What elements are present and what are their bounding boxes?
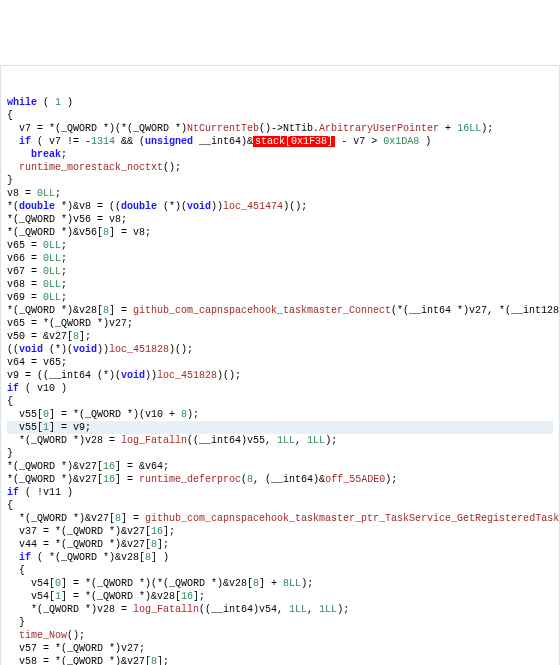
code-line: v57 = *(_QWORD *)v27;	[7, 642, 553, 655]
code-line: }	[7, 174, 553, 187]
code-line: *(_QWORD *)&v56[8] = v8;	[7, 226, 553, 239]
code-line: {	[7, 564, 553, 577]
code-line: if ( v7 != -1314 && (unsigned __int64)&s…	[7, 135, 553, 148]
code-line: *(_QWORD *)v56 = v8;	[7, 213, 553, 226]
code-line: v55[0] = *(_QWORD *)(v10 + 8);	[7, 408, 553, 421]
code-line: *(_QWORD *)&v28[8] = github_com_capnspac…	[7, 304, 553, 317]
code-line: v58 = *(_QWORD *)&v27[8];	[7, 655, 553, 665]
code-line: *(_QWORD *)&v27[16] = &v64;	[7, 460, 553, 473]
code-line: v50 = &v27[8];	[7, 330, 553, 343]
code-viewer: while ( 1 ){ v7 = *(_QWORD *)(*(_QWORD *…	[0, 65, 560, 665]
code-line: }	[7, 447, 553, 460]
code-line: v65 = 0LL;	[7, 239, 553, 252]
code-line: v65 = *(_QWORD *)v27;	[7, 317, 553, 330]
code-line: v69 = 0LL;	[7, 291, 553, 304]
code-line: *(_QWORD *)&v27[16] = runtime_deferproc(…	[7, 473, 553, 486]
code-line: runtime_morestack_noctxt();	[7, 161, 553, 174]
code-line: }	[7, 616, 553, 629]
code-line: if ( v10 )	[7, 382, 553, 395]
code-line: if ( !v11 )	[7, 486, 553, 499]
code-line: *(_QWORD *)&v27[8] = github_com_capnspac…	[7, 512, 553, 525]
code-line: {	[7, 109, 553, 122]
code-line: v8 = 0LL;	[7, 187, 553, 200]
code-line: {	[7, 395, 553, 408]
code-line: break;	[7, 148, 553, 161]
code-line: while ( 1 )	[7, 96, 553, 109]
code-line: v68 = 0LL;	[7, 278, 553, 291]
code-line: ((void (*)(void))loc_451828)();	[7, 343, 553, 356]
code-line: if ( *(_QWORD *)&v28[8] )	[7, 551, 553, 564]
code-line: v66 = 0LL;	[7, 252, 553, 265]
code-line: v37 = *(_QWORD *)&v27[16];	[7, 525, 553, 538]
code-line: v55[1] = v9;	[7, 421, 553, 434]
code-line: {	[7, 499, 553, 512]
code-line: v7 = *(_QWORD *)(*(_QWORD *)NtCurrentTeb…	[7, 122, 553, 135]
code-line: time_Now();	[7, 629, 553, 642]
code-block: while ( 1 ){ v7 = *(_QWORD *)(*(_QWORD *…	[7, 96, 553, 665]
code-line: v54[0] = *(_QWORD *)(*(_QWORD *)&v28[8] …	[7, 577, 553, 590]
code-line: *(_QWORD *)v28 = log_Fatalln((__int64)v5…	[7, 434, 553, 447]
code-line: v54[1] = *(_QWORD *)&v28[16];	[7, 590, 553, 603]
code-line: *(_QWORD *)v28 = log_Fatalln((__int64)v5…	[7, 603, 553, 616]
code-line: v67 = 0LL;	[7, 265, 553, 278]
code-line: *(double *)&v8 = ((double (*)(void))loc_…	[7, 200, 553, 213]
code-line: v9 = ((__int64 (*)(void))loc_451828)();	[7, 369, 553, 382]
code-line: v64 = v65;	[7, 356, 553, 369]
code-line: v44 = *(_QWORD *)&v27[8];	[7, 538, 553, 551]
